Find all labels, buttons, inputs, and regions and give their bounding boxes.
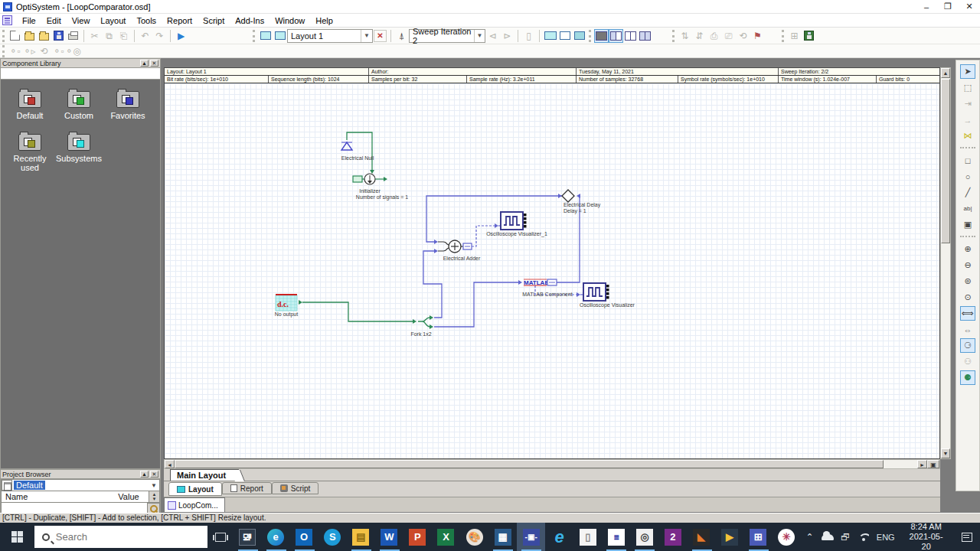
zoom-in-icon[interactable]: ⊕: [960, 242, 975, 256]
show-signal-icon[interactable]: ⚈: [960, 370, 975, 385]
refresh-icon[interactable]: ⟲: [736, 29, 750, 43]
onedrive-icon[interactable]: [818, 523, 836, 551]
library-folder-custom[interactable]: Custom: [54, 91, 103, 120]
auto-connect-icon[interactable]: ⋈: [960, 129, 975, 143]
panel-close-icon[interactable]: ✕: [150, 60, 158, 67]
maximize-button[interactable]: ❐: [937, 0, 959, 13]
taskbar-paint[interactable]: 🎨: [460, 523, 488, 551]
minimize-button[interactable]: –: [916, 0, 937, 13]
prev-iteration-icon[interactable]: ⊲: [485, 29, 500, 43]
taskbar-notepad[interactable]: ▯: [573, 523, 602, 551]
search-input[interactable]: [56, 531, 178, 543]
action-center-button[interactable]: [953, 523, 980, 551]
add-layout-icon[interactable]: [258, 29, 273, 43]
scroll-right-icon[interactable]: ►: [917, 460, 927, 468]
open-icon[interactable]: [22, 29, 37, 43]
window-single-icon[interactable]: [594, 29, 609, 43]
taskbar-remote-desktop[interactable]: 🖳: [234, 523, 262, 551]
paste-icon[interactable]: ⎗: [116, 29, 131, 43]
print-icon[interactable]: [66, 29, 80, 43]
connect-port-icon[interactable]: ⇵: [692, 29, 707, 43]
select-tool-icon[interactable]: ➤: [960, 64, 975, 79]
show-parameters-icon[interactable]: [557, 29, 572, 43]
component-library-titlebar[interactable]: Component Library ▲ ✕: [1, 59, 160, 68]
tab-report[interactable]: Report: [222, 482, 272, 494]
duplicate-layout-icon[interactable]: [273, 29, 287, 43]
project-browser-titlebar[interactable]: Project Browser ▲ ✕: [1, 470, 160, 479]
connect-auto-icon[interactable]: ⇅: [678, 29, 692, 43]
redo-icon[interactable]: ↷: [152, 29, 167, 43]
window-split-left-icon[interactable]: [623, 29, 638, 43]
start-button[interactable]: [0, 523, 34, 551]
project-browser-tree-select[interactable]: Default ▼: [1, 479, 160, 491]
taskbar-search[interactable]: [34, 526, 208, 548]
component-oscilloscope-visualizer-2[interactable]: Oscilloscope Visualizer: [580, 283, 635, 308]
menu-layout[interactable]: Layout: [95, 15, 131, 27]
connect-tool-icon[interactable]: ⇥: [960, 96, 975, 111]
rectangle-tool-icon[interactable]: □: [960, 153, 975, 168]
language-indicator[interactable]: ENG: [872, 523, 899, 551]
sweep-mode-icon[interactable]: ⍋: [394, 29, 409, 43]
menu-addins[interactable]: Add-Ins: [230, 15, 270, 27]
path-tool-icon[interactable]: →: [960, 112, 975, 127]
menu-file[interactable]: File: [17, 15, 41, 27]
tab-main-layout[interactable]: Main Layout: [170, 469, 239, 481]
component-electrical-adder[interactable]: Electrical Adder: [434, 240, 481, 261]
taskbar-calculator[interactable]: ▦: [488, 523, 517, 551]
tab-script[interactable]: Script: [272, 482, 319, 494]
zoom-page-icon[interactable]: ⊚: [960, 274, 975, 289]
script-step-icon[interactable]: ⚬▫: [51, 44, 66, 58]
column-name[interactable]: Name: [2, 492, 28, 501]
menu-view[interactable]: View: [67, 15, 96, 27]
panel-collapse-icon[interactable]: ▲: [140, 60, 149, 67]
menu-window[interactable]: Window: [270, 15, 310, 27]
show-layout-icon[interactable]: [543, 29, 557, 43]
task-view-button[interactable]: [207, 523, 233, 551]
panel-close-icon[interactable]: ✕: [150, 471, 158, 478]
page-overview-icon[interactable]: ▣: [927, 460, 939, 468]
tab-document-loopcomparator[interactable]: LoopCom...: [164, 497, 225, 512]
hidden-icons-chevron[interactable]: ⌃: [801, 523, 818, 551]
scroll-down-icon[interactable]: ▼: [941, 448, 950, 458]
taskbar-outlook[interactable]: O: [290, 523, 318, 551]
design-grid[interactable]: Electrical Null Initializer Number of si…: [165, 83, 939, 458]
wifi-icon[interactable]: [854, 523, 872, 551]
menu-script[interactable]: Script: [198, 15, 230, 27]
layout-select[interactable]: Layout 1 ▼: [287, 29, 373, 43]
taskbar-skype[interactable]: S: [318, 523, 347, 551]
fit-horizontal-icon[interactable]: ⟺: [960, 306, 975, 321]
chevron-down-icon[interactable]: ▼: [151, 482, 159, 489]
vertical-scrollbar-thumb[interactable]: [941, 79, 950, 243]
script-play-icon[interactable]: ⚬▹: [22, 44, 37, 58]
taskbar-word[interactable]: W: [375, 523, 403, 551]
taskbar-app-2[interactable]: 2: [658, 523, 687, 551]
component-electrical-delay[interactable]: Electrical Delay Delay = 1: [562, 190, 601, 214]
document-icon[interactable]: [2, 15, 12, 25]
taskbar-optidesigner[interactable]: ⊞: [744, 523, 773, 551]
vertical-scrollbar[interactable]: ▲ ▼: [940, 67, 951, 459]
column-spinner[interactable]: ▲▼: [149, 491, 159, 502]
open-sample-icon[interactable]: [37, 29, 51, 43]
clock[interactable]: 8:24 AM 2021-05-20: [899, 522, 953, 551]
next-iteration-icon[interactable]: ⊳: [500, 29, 514, 43]
library-folder-subsystems[interactable]: Subsystems: [54, 134, 103, 172]
chevron-down-icon[interactable]: ▼: [474, 30, 485, 42]
save-icon[interactable]: [51, 29, 66, 43]
component-fork-1x2[interactable]: Fork 1x2: [410, 315, 433, 337]
taskbar-optisystem-doc[interactable]: ≣: [602, 523, 630, 551]
undo-icon[interactable]: ↶: [138, 29, 152, 43]
calculate-play-icon[interactable]: ▶: [174, 29, 188, 43]
copy-icon[interactable]: ⧉: [102, 29, 116, 43]
taskbar-sticky-notes[interactable]: ▤: [347, 523, 375, 551]
cut-icon[interactable]: ✂: [87, 29, 102, 43]
column-value[interactable]: Value: [118, 492, 139, 501]
taskbar-internet-explorer[interactable]: e: [545, 523, 573, 551]
panel-collapse-icon[interactable]: ▲: [140, 471, 149, 478]
tab-layout[interactable]: Layout: [168, 482, 222, 496]
line-tool-icon[interactable]: ╱: [960, 185, 975, 200]
image-tool-icon[interactable]: ▣: [960, 217, 975, 232]
library-folder-recently-used[interactable]: Recently used: [5, 134, 54, 172]
save-defaults-icon[interactable]: ⊞: [787, 29, 802, 43]
text-tool-icon[interactable]: ab|: [960, 201, 975, 216]
delete-layout-icon[interactable]: ✕: [373, 29, 387, 43]
